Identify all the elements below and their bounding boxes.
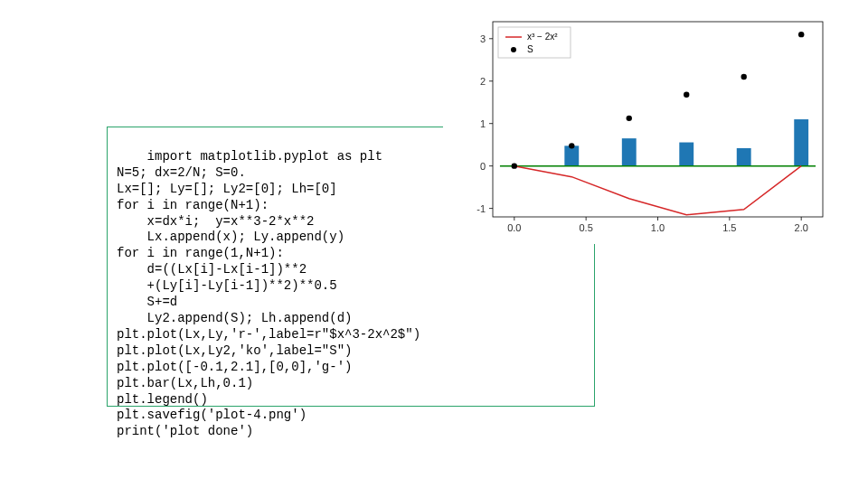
- code-line: Lx.append(x); Ly.append(y): [117, 230, 344, 244]
- matplotlib-plot: 0.00.51.01.52.0-10123x³ − 2x²S: [443, 9, 832, 244]
- code-line: plt.legend(): [117, 392, 208, 407]
- code-line: Lx=[]; Ly=[]; Ly2=[0]; Lh=[0]: [117, 182, 337, 196]
- svg-text:2.0: 2.0: [795, 222, 808, 233]
- code-line: plt.plot(Lx,Ly,'r-',label=r"$x^3-2x^2$"): [117, 327, 420, 342]
- code-line: x=dx*i; y=x**3-2*x**2: [117, 214, 314, 229]
- svg-text:1.0: 1.0: [651, 222, 665, 233]
- code-line: Ly2.append(S); Lh.append(d): [117, 311, 352, 325]
- svg-point-32: [798, 32, 804, 37]
- svg-point-29: [627, 116, 632, 121]
- svg-text:1: 1: [480, 118, 486, 129]
- svg-rect-24: [737, 148, 751, 166]
- svg-text:1.5: 1.5: [722, 222, 736, 233]
- code-line: S+=d: [117, 295, 177, 309]
- svg-text:0: 0: [480, 161, 486, 172]
- svg-text:S: S: [527, 44, 533, 54]
- code-line: for i in range(1,N+1):: [117, 246, 284, 260]
- svg-rect-22: [622, 138, 637, 166]
- svg-point-27: [512, 163, 517, 168]
- code-line: print('plot done'): [117, 424, 253, 438]
- code-line: plt.plot(Lx,Ly2,'ko',label="S"): [117, 343, 352, 358]
- code-line: plt.savefig('plot-4.png'): [117, 408, 307, 422]
- svg-rect-25: [794, 119, 808, 166]
- svg-point-31: [741, 74, 747, 80]
- code-line: plt.plot([-0.1,2.1],[0,0],'g-'): [117, 360, 352, 374]
- svg-point-28: [569, 143, 574, 148]
- svg-text:0.5: 0.5: [580, 222, 593, 233]
- svg-text:3: 3: [480, 33, 486, 44]
- svg-text:0.0: 0.0: [507, 222, 521, 233]
- svg-rect-23: [679, 143, 693, 166]
- code-line: for i in range(N+1):: [117, 198, 269, 212]
- slide: import matplotlib.pyplot as plt N=5; dx=…: [0, 0, 868, 488]
- code-line: plt.bar(Lx,Lh,0.1): [117, 376, 253, 390]
- svg-point-30: [684, 92, 689, 98]
- code-line: d=((Lx[i]-Lx[i-1])**2: [117, 262, 307, 277]
- plot-svg: 0.00.51.01.52.0-10123x³ − 2x²S: [443, 9, 832, 244]
- code-line: N=5; dx=2/N; S=0.: [117, 165, 246, 180]
- svg-rect-21: [564, 145, 579, 165]
- code-line: import matplotlib.pyplot as plt: [147, 149, 382, 164]
- code-line: +(Ly[i]-Ly[i-1])**2)**0.5: [117, 278, 337, 293]
- svg-text:-1: -1: [476, 203, 486, 214]
- svg-text:2: 2: [480, 76, 486, 87]
- svg-point-36: [511, 47, 516, 52]
- svg-text:x³ − 2x²: x³ − 2x²: [527, 32, 558, 42]
